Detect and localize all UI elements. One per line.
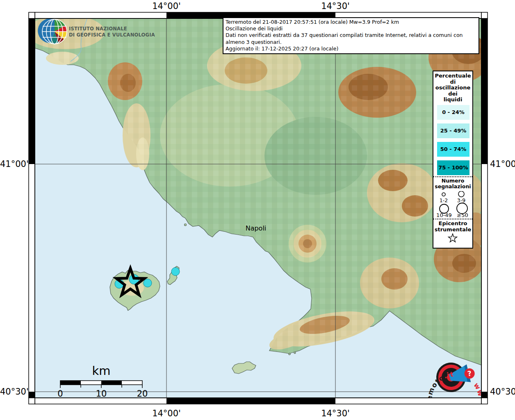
scale-tick-0: 0	[57, 389, 63, 399]
count-label-1-2: 1-2	[440, 197, 448, 203]
axis-label-left-40-30: 40°30'	[0, 387, 26, 397]
title-line-disclaimer: Dati non verificati estratti da 37 quest…	[226, 32, 476, 45]
title-line-effect: Oscillazione dei liquidi	[226, 25, 476, 32]
count-label-3-9: 3-9	[457, 197, 465, 203]
title-line-event: Terremoto del 21-08-2017 20:57:51 (ora l…	[226, 19, 476, 25]
legend-swatch-25-49: 25 - 49%	[437, 123, 469, 138]
legend-divider-2	[433, 219, 472, 219]
islet-li-galli-1	[289, 353, 290, 355]
axis-label-top-14-00: 14°00'	[152, 1, 181, 11]
legend-box: Percentuale di oscillazione dei liquidi …	[433, 71, 473, 249]
map-area: Napoli km 0 10 20	[27, 15, 490, 420]
count-label-50plus: ≥50	[457, 212, 468, 217]
legend-divider-1	[433, 176, 472, 177]
title-box: Terremoto del 21-08-2017 20:57:51 (ora l…	[223, 17, 479, 54]
legend-epicenter-title: Epicentro strumentale	[433, 220, 472, 233]
axis-label-right-40-30: 40°30'	[490, 387, 515, 397]
title-line-updated: Aggiornato il: 17-12-2025 20:27 (ora loc…	[226, 46, 476, 52]
axis-label-top-14-30: 14°30'	[321, 1, 350, 11]
legend-count-title: Numero segnalazioni	[433, 178, 472, 189]
count-label-10-49: 10-49	[436, 212, 452, 217]
axis-label-bottom-14-30: 14°30'	[321, 409, 350, 418]
legend-swatch-50-74: 50 - 74%	[437, 142, 469, 157]
scale-tick-20: 20	[137, 389, 148, 399]
legend-swatch-0-24: 0 - 24%	[437, 105, 469, 120]
count-circle-1-2-icon	[442, 193, 445, 196]
islet-li-galli-2	[294, 352, 296, 354]
scale-tick-10: 10	[96, 389, 107, 399]
map-page: { "title_box": { "lines": [ "Terremoto d…	[0, 0, 515, 420]
ingv-name-line2: DI GEOFISICA E VULCANOLOGIA	[69, 32, 155, 38]
observation-dot	[144, 279, 152, 287]
legend-percent-title: Percentuale di oscillazione dei liquidi	[433, 73, 472, 103]
city-label-napoli: Napoli	[246, 224, 267, 232]
legend-count-symbols: 1-2 3-9 10-49 ≥50	[433, 191, 472, 217]
legend-epicenter-star-icon	[447, 233, 458, 244]
axis-label-bottom-14-00: 14°00'	[152, 409, 181, 418]
ingv-name-line1: ISTITUTO NAZIONALE	[69, 26, 127, 32]
count-circle-3-9-icon	[458, 191, 464, 197]
ingv-globe-icon	[38, 18, 67, 44]
axis-label-left-41-00: 41°00'	[0, 159, 26, 169]
observation-dot	[171, 267, 180, 276]
axis-label-right-41-00: 41°00'	[490, 159, 515, 169]
scale-unit-label: km	[92, 364, 110, 378]
islet-nisida	[185, 224, 187, 226]
legend-swatch-75-100: 75 - 100%	[437, 160, 469, 175]
